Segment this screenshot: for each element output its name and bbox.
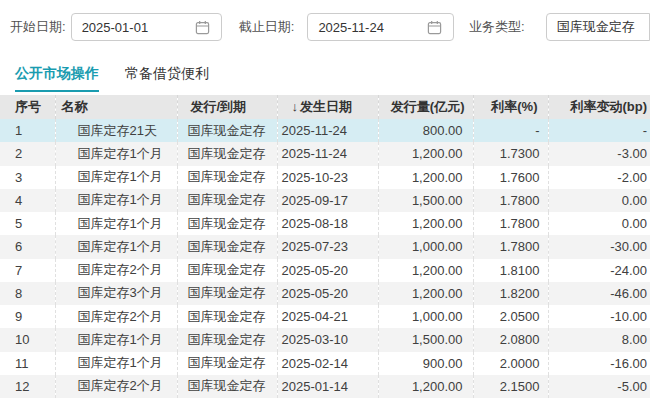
end-date-input[interactable]: 2025-11-24 xyxy=(307,13,454,41)
table-cell: 国库定存1个月 xyxy=(55,352,177,375)
table-cell: 1,200.00 xyxy=(378,142,473,165)
column-header-issue-maturity[interactable]: 发行/到期 xyxy=(177,95,277,119)
start-date-input[interactable]: 2025-01-01 xyxy=(71,13,222,41)
table-cell: 国库现金定存 xyxy=(177,235,277,258)
operations-table: 序号 名称 发行/到期 ↓发生日期 发行量(亿元) 利率(%) 利率变动(bp)… xyxy=(0,95,650,398)
filter-bar: 开始日期: 2025-01-01 截止日期: 2025-11-24 业务类型: … xyxy=(0,13,650,41)
table-cell: 国库现金定存 xyxy=(177,142,277,165)
table-cell: 国库定存1个月 xyxy=(55,142,177,165)
table-cell: 5 xyxy=(0,212,55,235)
table-cell: 2025-01-14 xyxy=(277,375,378,398)
table-cell: 12 xyxy=(0,375,55,398)
business-type-select[interactable]: 国库现金定存 xyxy=(546,13,650,41)
table-cell: 2025-07-23 xyxy=(277,235,378,258)
business-type-value: 国库现金定存 xyxy=(557,18,635,36)
table-cell: 0.00 xyxy=(548,189,650,212)
table-cell: 1.8200 xyxy=(473,282,548,305)
column-header-rate-change[interactable]: 利率变动(bp) xyxy=(548,95,650,119)
table-row[interactable]: 8国库定存3个月国库现金定存2025-05-201,200.001.8200-4… xyxy=(0,282,650,305)
end-date-value: 2025-11-24 xyxy=(318,20,384,35)
table-cell: 2025-02-14 xyxy=(277,352,378,375)
table-cell: 1,200.00 xyxy=(378,212,473,235)
table-cell: -24.00 xyxy=(548,259,650,282)
table-cell: 国库现金定存 xyxy=(177,282,277,305)
table-cell: 国库定存2个月 xyxy=(55,375,177,398)
table-cell: 1,200.00 xyxy=(378,259,473,282)
column-header-name[interactable]: 名称 xyxy=(55,95,177,119)
table-cell: 国库定存1个月 xyxy=(55,212,177,235)
table-cell: 国库定存1个月 xyxy=(55,235,177,258)
table-cell: -16.00 xyxy=(548,352,650,375)
tab-standing-lending-facility[interactable]: 常备借贷便利 xyxy=(125,65,209,92)
table-row[interactable]: 9国库定存2个月国库现金定存2025-04-211,000.002.0500-1… xyxy=(0,305,650,328)
table-body: 1国库定存21天国库现金定存2025-11-24800.00--2国库定存1个月… xyxy=(0,119,650,398)
table-row[interactable]: 5国库定存1个月国库现金定存2025-08-181,200.001.78000.… xyxy=(0,212,650,235)
table-cell: 1.7800 xyxy=(473,235,548,258)
start-date-value: 2025-01-01 xyxy=(82,20,149,35)
table-cell: 9 xyxy=(0,305,55,328)
column-header-index[interactable]: 序号 xyxy=(0,95,55,119)
table-cell: - xyxy=(548,119,650,142)
table-cell: -5.00 xyxy=(548,375,650,398)
table-cell: 国库定存3个月 xyxy=(55,282,177,305)
table-cell: 0.00 xyxy=(548,212,650,235)
table-cell: 6 xyxy=(0,235,55,258)
sort-descending-icon[interactable]: ↓ xyxy=(292,99,299,114)
table-cell: 1.7300 xyxy=(473,142,548,165)
table-cell: 国库定存21天 xyxy=(55,119,177,142)
table-cell: 1,000.00 xyxy=(378,305,473,328)
table-cell: 国库现金定存 xyxy=(177,259,277,282)
table-cell: 2025-09-17 xyxy=(277,189,378,212)
table-cell: 1,500.00 xyxy=(378,189,473,212)
column-header-date[interactable]: ↓发生日期 xyxy=(277,95,378,119)
table-cell: -2.00 xyxy=(548,166,650,189)
table-row[interactable]: 10国库定存1个月国库现金定存2025-03-101,500.002.08008… xyxy=(0,328,650,351)
table-cell: 1,200.00 xyxy=(378,282,473,305)
table-cell: 2.1500 xyxy=(473,375,548,398)
table-cell: -46.00 xyxy=(548,282,650,305)
table-cell: -10.00 xyxy=(548,305,650,328)
column-header-rate[interactable]: 利率(%) xyxy=(473,95,548,119)
table-cell: 国库现金定存 xyxy=(177,328,277,351)
table-row[interactable]: 1国库定存21天国库现金定存2025-11-24800.00-- xyxy=(0,119,650,142)
table-row[interactable]: 3国库定存1个月国库现金定存2025-10-231,200.001.7600-2… xyxy=(0,166,650,189)
table-cell: 3 xyxy=(0,166,55,189)
table-cell: 7 xyxy=(0,259,55,282)
column-header-volume[interactable]: 发行量(亿元) xyxy=(378,95,473,119)
table-cell: 国库现金定存 xyxy=(177,189,277,212)
table-cell: 2025-08-18 xyxy=(277,212,378,235)
table-cell: - xyxy=(473,119,548,142)
start-date-label: 开始日期: xyxy=(10,18,66,36)
table-cell: 1.7800 xyxy=(473,189,548,212)
table-cell: -30.00 xyxy=(548,235,650,258)
calendar-icon[interactable] xyxy=(427,20,442,35)
table-row[interactable]: 12国库定存2个月国库现金定存2025-01-141,200.002.1500-… xyxy=(0,375,650,398)
table-cell: 2025-11-24 xyxy=(277,142,378,165)
table-cell: 国库现金定存 xyxy=(177,166,277,189)
table-cell: 8 xyxy=(0,282,55,305)
table-cell: -3.00 xyxy=(548,142,650,165)
table-cell: 国库现金定存 xyxy=(177,352,277,375)
tab-open-market-operations[interactable]: 公开市场操作 xyxy=(15,65,99,92)
column-header-date-label: 发生日期 xyxy=(300,99,352,114)
table-row[interactable]: 4国库定存1个月国库现金定存2025-09-171,500.001.78000.… xyxy=(0,189,650,212)
table-row[interactable]: 6国库定存1个月国库现金定存2025-07-231,000.001.7800-3… xyxy=(0,235,650,258)
table-cell: 2025-05-20 xyxy=(277,282,378,305)
calendar-icon[interactable] xyxy=(195,20,210,35)
table-cell: 国库定存1个月 xyxy=(55,328,177,351)
table-cell: 1 xyxy=(0,119,55,142)
business-type-label: 业务类型: xyxy=(469,18,525,36)
table-cell: 国库现金定存 xyxy=(177,212,277,235)
table-cell: 1,000.00 xyxy=(378,235,473,258)
table-cell: 2025-10-23 xyxy=(277,166,378,189)
table-cell: 2025-03-10 xyxy=(277,328,378,351)
table-row[interactable]: 2国库定存1个月国库现金定存2025-11-241,200.001.7300-3… xyxy=(0,142,650,165)
table-row[interactable]: 11国库定存1个月国库现金定存2025-02-14900.002.0000-16… xyxy=(0,352,650,375)
table-cell: 1,200.00 xyxy=(378,375,473,398)
table-row[interactable]: 7国库定存2个月国库现金定存2025-05-201,200.001.8100-2… xyxy=(0,259,650,282)
table-cell: 4 xyxy=(0,189,55,212)
table-cell: 2.0000 xyxy=(473,352,548,375)
table-cell: 2.0500 xyxy=(473,305,548,328)
tab-bar: 公开市场操作 常备借贷便利 xyxy=(15,65,650,92)
table-cell: 11 xyxy=(0,352,55,375)
